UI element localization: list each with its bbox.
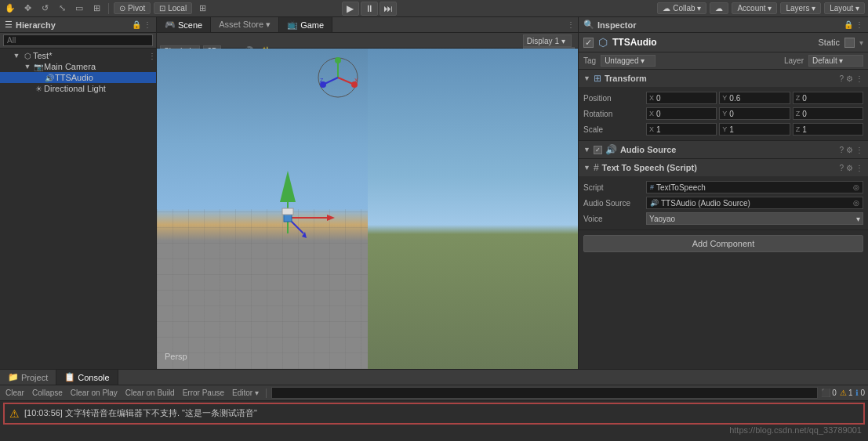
tag-layer-row: Tag Untagged ▾ Layer Default ▾ xyxy=(579,52,868,70)
tts-overflow-icon[interactable]: ⋮ xyxy=(855,164,863,172)
menu-icon[interactable]: ⋮ xyxy=(143,20,151,29)
position-x-field[interactable]: X 0 xyxy=(646,92,717,104)
hierarchy-search-input[interactable] xyxy=(3,34,153,46)
main-layout: ☰ Hierarchy 🔒 ⋮ ▼ ⬡ Test* ⋮ ▼ 📷 Main Cam… xyxy=(0,17,868,369)
console-tab[interactable]: 📋 Console xyxy=(56,370,118,385)
test-menu-icon[interactable]: ⋮ xyxy=(148,52,156,60)
game-view[interactable] xyxy=(368,49,579,369)
obj-active-checkbox[interactable]: ✓ xyxy=(583,38,594,48)
dir-light-icon: ☀ xyxy=(33,85,44,93)
transform-icon[interactable]: ⊞ xyxy=(89,2,104,16)
step-button[interactable]: ⏭ xyxy=(380,2,397,16)
move-icon[interactable]: ✥ xyxy=(20,2,35,16)
rect-icon[interactable]: ▭ xyxy=(72,2,86,16)
audio-source-help-icon[interactable]: ? xyxy=(839,146,844,154)
gizmo-svg: Y X Z xyxy=(317,56,360,99)
inspector-menu-icon[interactable]: ⋮ xyxy=(855,20,863,29)
voice-dropdown[interactable]: Yaoyao ▾ xyxy=(646,212,863,225)
layout-button[interactable]: Layout ▾ xyxy=(824,2,865,14)
scale-y-field[interactable]: Y 1 xyxy=(719,123,790,136)
pause-button[interactable]: ⏸ xyxy=(361,2,378,16)
console-search-input[interactable] xyxy=(271,387,818,399)
position-y-field[interactable]: Y 0.6 xyxy=(719,92,790,104)
tts-help-icon[interactable]: ? xyxy=(839,164,844,172)
transform-header[interactable]: ▼ ⊞ Transform ? ⚙ ⋮ xyxy=(579,70,868,87)
audio-source-active-checkbox[interactable]: ✓ xyxy=(594,146,602,154)
script-select-icon[interactable]: ◎ xyxy=(853,183,859,191)
scene-area: 🎮 Scene Asset Store ▾ 📺 Game ⋮ Shaded ▾ … xyxy=(157,17,578,369)
account-button[interactable]: Account ▾ xyxy=(732,2,777,14)
clear-button[interactable]: Clear xyxy=(3,389,27,397)
hierarchy-content: ▼ ⬡ Test* ⋮ ▼ 📷 Main Camera 🔊 TTSAudio ☀ xyxy=(0,49,156,369)
scale-icon[interactable]: ⤡ xyxy=(55,2,69,16)
error-pause-button[interactable]: Error Pause xyxy=(180,389,227,397)
obj-cube-icon: ⬡ xyxy=(598,36,608,49)
clear-on-play-button[interactable]: Clear on Play xyxy=(68,389,120,397)
game-tab[interactable]: 📺 Game xyxy=(279,17,332,32)
pos-y-value: 0.6 xyxy=(729,94,740,103)
collab-button[interactable]: ☁ Collab ▾ xyxy=(657,2,706,14)
scene-tab[interactable]: 🎮 Scene xyxy=(157,17,211,32)
scene-options-icon[interactable]: ⋮ xyxy=(567,20,575,29)
audio-source-header[interactable]: ▼ ✓ 🔊 Audio Source ? ⚙ ⋮ xyxy=(579,141,868,158)
tag-dropdown[interactable]: Untagged ▾ xyxy=(601,55,656,67)
pivot-button[interactable]: ⊙ Pivot xyxy=(114,2,151,14)
top-toolbar: ✋ ✥ ↺ ⤡ ▭ ⊞ ⊙ Pivot ⊡ Local ⊞ ▶ ⏸ ⏭ ☁ Co… xyxy=(0,0,868,17)
hierarchy-item-test[interactable]: ▼ ⬡ Test* ⋮ xyxy=(0,50,156,61)
rotation-x-field[interactable]: X 0 xyxy=(646,107,717,120)
scale-z-field[interactable]: Z 1 xyxy=(793,123,863,136)
grid-icon[interactable]: ⊞ xyxy=(195,2,209,16)
static-arrow-icon[interactable]: ▾ xyxy=(859,38,863,47)
tts-script-header[interactable]: ▼ # Text To Speech (Script) ? ⚙ ⋮ xyxy=(579,159,868,176)
tts-script-body: Script # TextToSpeech ◎ Audio Source 🔊 T… xyxy=(579,176,868,230)
rotate-icon[interactable]: ↺ xyxy=(38,2,52,16)
transform-settings-icon[interactable]: ⚙ xyxy=(846,74,853,83)
lock-icon[interactable]: 🔒 xyxy=(132,20,141,29)
layers-button[interactable]: Layers ▾ xyxy=(780,2,821,14)
static-checkbox[interactable] xyxy=(844,38,855,48)
transform-body: Position X 0 Y 0.6 Z 0 xyxy=(579,87,868,140)
transform-overflow-icon[interactable]: ⋮ xyxy=(855,74,863,83)
hierarchy-item-ttsaudio[interactable]: 🔊 TTSAudio xyxy=(0,72,156,83)
rotation-z-field[interactable]: Z 0 xyxy=(793,107,863,120)
display-dropdown[interactable]: Display 1 ▾ xyxy=(523,34,572,47)
ttsaudio-label: TTSAudio xyxy=(55,73,93,82)
inspector-lock-icon[interactable]: 🔒 xyxy=(844,20,853,29)
tts-settings-icon[interactable]: ⚙ xyxy=(846,164,853,172)
audio-source-overflow-icon[interactable]: ⋮ xyxy=(855,146,863,154)
hand-icon[interactable]: ✋ xyxy=(3,2,17,16)
scale-x-field[interactable]: X 1 xyxy=(646,123,717,136)
hierarchy-item-dir-light[interactable]: ☀ Directional Light xyxy=(0,83,156,94)
rotation-row: Rotation X 0 Y 0 Z 0 xyxy=(583,106,863,121)
sep1 xyxy=(108,3,109,14)
audio-source-field[interactable]: 🔊 TTSAudio (Audio Source) ◎ xyxy=(646,197,863,209)
scale-z-value: 1 xyxy=(802,125,807,134)
svg-text:Y: Y xyxy=(336,58,340,63)
position-z-field[interactable]: Z 0 xyxy=(793,92,863,104)
transform-help-icon[interactable]: ? xyxy=(839,74,844,83)
hierarchy-item-main-camera[interactable]: ▼ 📷 Main Camera xyxy=(0,61,156,72)
clear-on-build-button[interactable]: Clear on Build xyxy=(123,389,177,397)
cloud-button[interactable]: ☁ xyxy=(710,2,728,14)
collapse-button[interactable]: Collapse xyxy=(30,389,65,397)
editor-dropdown-button[interactable]: Editor ▾ xyxy=(230,389,261,397)
script-cs-icon: # xyxy=(650,183,654,191)
local-button[interactable]: ⊡ Local xyxy=(154,2,192,14)
asset-store-tab[interactable]: Asset Store ▾ xyxy=(211,17,279,32)
add-component-button[interactable]: Add Component xyxy=(583,235,863,252)
scene-view[interactable]: Y X Z Persp xyxy=(157,49,368,369)
dir-light-label: Directional Light xyxy=(44,84,106,93)
console-msg-text: [10:03:56] 文字转语音在编辑器下不支持. "这是一条测试语音" xyxy=(24,407,257,419)
audio-source-component-icon: 🔊 xyxy=(605,144,617,155)
hierarchy-header: ☰ Hierarchy 🔒 ⋮ xyxy=(0,17,156,33)
layer-dropdown[interactable]: Default ▾ xyxy=(808,55,863,67)
rotation-y-field[interactable]: Y 0 xyxy=(719,107,790,120)
audio-source-settings-icon[interactable]: ⚙ xyxy=(846,146,853,154)
voice-arrow-icon: ▾ xyxy=(856,215,860,223)
audio-source-select-icon[interactable]: ◎ xyxy=(853,199,859,207)
scene-objects-svg xyxy=(241,163,335,257)
console-message[interactable]: ⚠ [10:03:56] 文字转语音在编辑器下不支持. "这是一条测试语音" xyxy=(3,403,865,425)
script-field[interactable]: # TextToSpeech ◎ xyxy=(646,181,863,193)
project-tab[interactable]: 📁 Project xyxy=(0,370,56,385)
play-button[interactable]: ▶ xyxy=(342,2,359,16)
